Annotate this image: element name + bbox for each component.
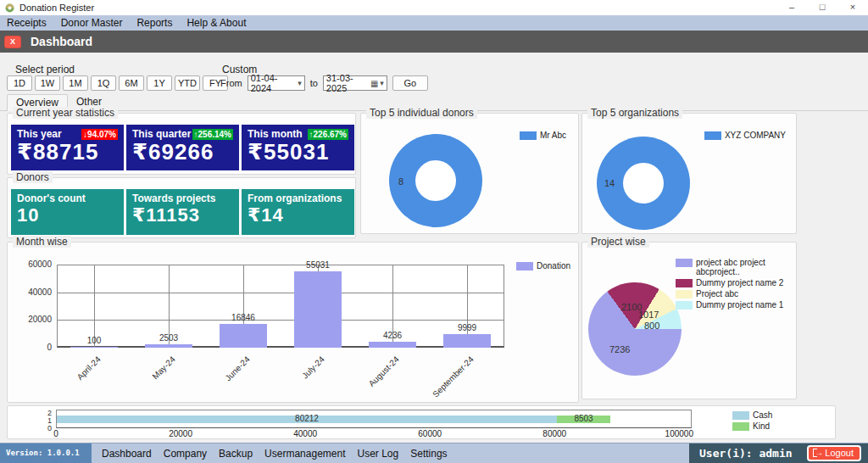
legend-item-dummy-project-name-2: Dummy project name 2 [676, 278, 791, 287]
legend-item-project-abc: Project abc [676, 289, 791, 298]
legend-swatch [732, 411, 749, 420]
bar-value-label: 55031 [292, 260, 343, 270]
legend-item-xyz-company: XYZ COMPANY [704, 131, 786, 140]
dashboard-close-button[interactable]: X [4, 36, 21, 48]
statusbar: Version: 1.0.0.1 DashboardCompanyBackupU… [0, 443, 868, 463]
donor-card-label: Donor's count [17, 192, 118, 204]
donor-card-label: Towards projects [132, 192, 233, 204]
x-axis-tick-label: August-24 [353, 354, 401, 403]
legend-label: Dummy project name 2 [696, 278, 791, 287]
menu-item-donor-master[interactable]: Donor Master [61, 17, 131, 29]
user-label: User(i): admin [699, 447, 807, 460]
stat-card-value: ₹55031 [248, 140, 348, 164]
close-icon[interactable]: × [837, 0, 868, 15]
chart-legend: project abc project abcproject..Dummy pr… [676, 258, 791, 310]
select-period-label: Select period [15, 64, 75, 75]
x-axis-tick-label: April-24 [54, 354, 103, 403]
legend-label: Project abc [696, 289, 791, 298]
from-date-value: 01-04-2024 [251, 73, 296, 93]
x-axis-tick-label: 0 [31, 429, 81, 438]
period-bar: Select period 1D1W1M1Q6M1YYTDFY Custom F… [0, 56, 868, 95]
period-buttons: 1D1W1M1Q6M1YYTDFY [7, 75, 228, 91]
maximize-icon[interactable]: □ [807, 0, 837, 15]
legend-label: Kind [753, 421, 770, 431]
period-button-6m[interactable]: 6M [119, 75, 144, 91]
chevron-down-icon: ▾ [380, 79, 384, 87]
segment-value-label: 8503 [550, 414, 618, 423]
cash-kind-panel: 802128503210020000400006000080000100000C… [7, 405, 836, 439]
donor-card-donor-s-count: Donor's count10 [11, 189, 124, 235]
donor-card-value: ₹11153 [132, 204, 233, 226]
minimize-icon[interactable]: – [776, 0, 807, 15]
menu-item-help-about[interactable]: Help & About [186, 17, 253, 29]
legend-item-kind: Kind [732, 421, 772, 431]
legend-swatch [516, 262, 533, 271]
bar-june-24 [220, 324, 267, 348]
donor-card-label: From organizations [248, 192, 348, 204]
window-title: Donation Register [19, 3, 94, 13]
x-axis-tick-label: 60000 [404, 429, 455, 438]
bar-may-24 [145, 344, 192, 348]
slice-value-label: 1017 [638, 310, 659, 320]
menu-item-reports[interactable]: Reports [136, 17, 180, 29]
to-date-value: 31-03-2025 [326, 73, 370, 93]
stat-card-label: This month [248, 128, 303, 140]
bar-april-24 [70, 347, 118, 348]
donor-card-value: ₹14 [248, 204, 348, 226]
calendar-icon: ▦ [370, 79, 378, 88]
x-axis-tick-label: 20000 [155, 429, 206, 438]
period-button-ytd[interactable]: YTD [175, 75, 200, 91]
nav-item-backup[interactable]: Backup [219, 448, 253, 460]
stat-card-label: This quarter [132, 128, 191, 140]
bar-august-24 [369, 342, 416, 348]
legend-swatch [676, 279, 693, 287]
from-date-select[interactable]: 01-04-2024 ▾ [248, 75, 305, 91]
nav-item-user-log[interactable]: User Log [358, 448, 399, 460]
donut-hole [623, 163, 664, 204]
month-wise-plot [57, 265, 504, 348]
chart-legend: Mr Abc [520, 131, 566, 140]
period-button-1w[interactable]: 1W [35, 75, 60, 91]
segment-value-label: 80212 [273, 414, 341, 423]
go-button[interactable]: Go [392, 75, 428, 91]
period-button-1m[interactable]: 1M [63, 75, 88, 91]
month-wise-chart: 0200004000060000100April-242503May-24168… [8, 243, 578, 402]
legend-item-cash: Cash [732, 410, 772, 420]
x-axis-tick-label: 100000 [654, 429, 704, 438]
menu-item-receipts[interactable]: Receipts [7, 17, 54, 29]
logout-label: Logout [825, 448, 854, 458]
nav-item-company[interactable]: Company [164, 448, 207, 460]
app-icon [5, 3, 14, 13]
chevron-down-icon: ▾ [298, 79, 302, 87]
panel-title: Current year statistics [13, 107, 118, 119]
logout-button[interactable]: → Logout [807, 445, 861, 461]
legend-swatch [732, 422, 749, 431]
bar-value-label: 100 [69, 336, 120, 345]
panel-title: Donors [13, 171, 53, 183]
project-wise-pie [588, 282, 682, 376]
custom-row: From 01-04-2024 ▾ to 31-03-2025 ▦ ▾ Go [220, 75, 428, 91]
stat-card-this-quarter: This quarter↑256.14%₹69266 [126, 125, 239, 170]
legend-label: Donation [537, 261, 570, 271]
stat-badge: ↑256.14% [192, 129, 233, 140]
period-button-1q[interactable]: 1Q [91, 75, 116, 91]
x-axis-tick-label: June-24 [203, 354, 252, 403]
project-wise-panel: Project wise 723621001017800project abc … [581, 242, 797, 399]
period-button-1y[interactable]: 1Y [147, 75, 172, 91]
legend-item-project-abc-project-abcproject: project abc project abcproject.. [676, 258, 791, 276]
bar-value-label: 2503 [143, 333, 194, 343]
current-year-statistics-panel: Current year statistics This year↓94.07%… [7, 113, 356, 175]
y-axis-tick-label: 20000 [14, 315, 52, 324]
stat-badge: ↓94.07% [81, 129, 118, 140]
chart-legend: CashKind [732, 410, 772, 431]
donors-panel: Donors Donor's count10Towards projects₹1… [7, 177, 356, 238]
nav-item-dashboard[interactable]: Dashboard [102, 448, 152, 460]
nav-item-usermanagement[interactable]: Usermanagement [264, 448, 345, 460]
stat-badge: ↑226.67% [308, 129, 348, 140]
period-button-1d[interactable]: 1D [7, 75, 32, 91]
chart-legend: Donation [516, 261, 570, 271]
nav-item-settings[interactable]: Settings [410, 448, 447, 460]
stat-card-value: ₹69266 [132, 140, 233, 164]
to-date-input[interactable]: 31-03-2025 ▦ ▾ [323, 75, 387, 91]
legend-label: XYZ COMPANY [725, 131, 786, 140]
